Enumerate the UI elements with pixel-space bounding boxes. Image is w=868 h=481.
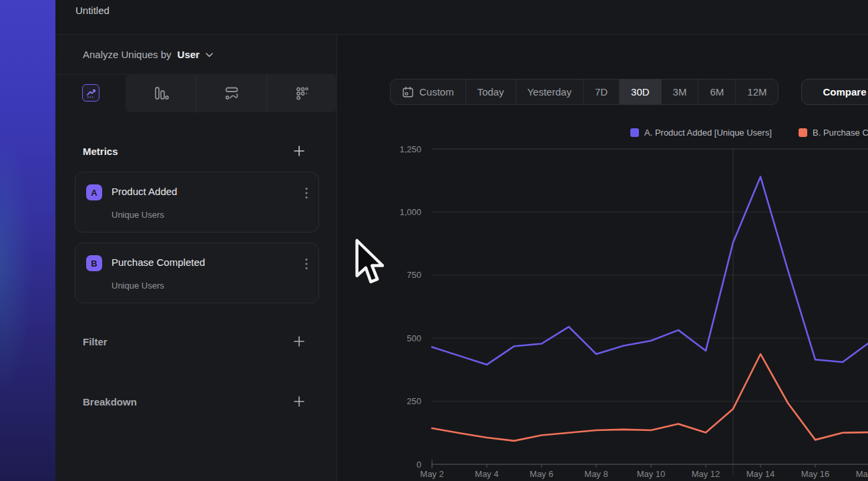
range-today[interactable]: Today xyxy=(466,79,516,104)
y-tick-label: 0 xyxy=(417,460,421,470)
legend-label: A. Product Added [Unique Users] xyxy=(644,128,772,138)
legend-swatch-a xyxy=(630,128,639,137)
x-tick-label: May 4 xyxy=(475,469,498,479)
metric-card-a[interactable]: A Product Added Unique Users xyxy=(75,172,319,232)
range-label: 12M xyxy=(747,86,767,98)
range-label: Today xyxy=(477,86,504,98)
kebab-icon[interactable] xyxy=(305,258,308,270)
x-tick-label: May 10 xyxy=(637,469,666,479)
add-metric-button[interactable] xyxy=(292,144,306,158)
flow-chart-icon xyxy=(224,86,240,101)
metric-subtitle[interactable]: Unique Users xyxy=(112,210,164,220)
x-tick-label: May 6 xyxy=(529,469,553,479)
legend-swatch-b xyxy=(799,128,807,137)
metric-title[interactable]: Purchase Completed xyxy=(112,257,205,268)
bar-chart-icon xyxy=(153,86,169,101)
metric-badge-b: B xyxy=(86,255,102,271)
chart-panel: 02505007501,0001,250May 2May 4May 6May 8… xyxy=(338,35,868,481)
add-filter-button[interactable] xyxy=(292,334,306,349)
filter-heading: Filter xyxy=(83,336,107,347)
calendar-icon xyxy=(402,86,414,98)
chart-type-tabs xyxy=(126,75,337,112)
range-6m[interactable]: 6M xyxy=(698,79,736,104)
breakdown-heading: Breakdown xyxy=(83,396,137,408)
x-tick-label: May 16 xyxy=(801,469,830,479)
metric-card-b[interactable]: B Purchase Completed Unique Users xyxy=(75,243,319,303)
x-tick-label: May 2 xyxy=(420,469,443,479)
range-label: 6M xyxy=(710,86,724,98)
series-line-a xyxy=(432,177,868,365)
range-label: 3M xyxy=(673,86,687,98)
y-tick-label: 1,250 xyxy=(399,144,421,154)
range-30d[interactable]: 30D xyxy=(620,79,662,104)
range-label: 7D xyxy=(595,86,608,98)
range-label: 30D xyxy=(631,86,650,98)
left-accent-strip xyxy=(0,0,55,481)
tab-flow-chart[interactable] xyxy=(196,75,267,112)
analyze-row: Analyze Uniques by User xyxy=(55,35,337,75)
tab-line-chart[interactable] xyxy=(82,84,99,102)
legend-label: B. Purchase Completed [Unique Users] xyxy=(813,128,868,138)
chevron-down-icon[interactable] xyxy=(206,53,213,57)
report-title[interactable]: Untitled xyxy=(75,5,110,16)
metric-badge-a: A xyxy=(86,184,102,200)
add-breakdown-button[interactable] xyxy=(292,394,306,409)
analyze-entity-dropdown[interactable]: User xyxy=(178,49,200,60)
plus-icon xyxy=(293,145,305,157)
x-tick-label: May 8 xyxy=(584,469,608,479)
analyze-label: Analyze Uniques by xyxy=(83,49,172,60)
tab-bar-chart[interactable] xyxy=(126,75,196,112)
metrics-heading: Metrics xyxy=(83,146,118,157)
legend-item-b[interactable]: B. Purchase Completed [Unique Users] xyxy=(799,128,868,138)
range-label: Custom xyxy=(419,86,454,98)
range-yesterday[interactable]: Yesterday xyxy=(516,79,584,104)
metric-title[interactable]: Product Added xyxy=(112,186,177,197)
range-custom[interactable]: Custom xyxy=(391,79,466,104)
query-sidebar: Analyze Uniques by User xyxy=(55,35,337,481)
plus-icon xyxy=(293,335,305,347)
metric-subtitle[interactable]: Unique Users xyxy=(112,281,164,291)
compare-button[interactable]: Compare xyxy=(801,79,868,105)
x-tick-label: May 12 xyxy=(692,469,720,479)
line-chart-icon xyxy=(85,88,97,99)
legend-item-a[interactable]: A. Product Added [Unique Users] xyxy=(630,128,772,138)
grid-dots-icon xyxy=(294,86,310,101)
header-bar: Untitled xyxy=(55,0,868,35)
range-label: Yesterday xyxy=(527,86,572,98)
x-tick-label: May 18 xyxy=(856,469,868,479)
range-12m[interactable]: 12M xyxy=(736,79,778,104)
y-tick-label: 500 xyxy=(407,333,421,343)
plus-icon xyxy=(293,395,305,408)
y-tick-label: 750 xyxy=(407,270,421,280)
y-tick-label: 1,000 xyxy=(399,207,421,217)
range-3m[interactable]: 3M xyxy=(662,79,699,104)
tab-grid-view[interactable] xyxy=(267,75,337,112)
range-7d[interactable]: 7D xyxy=(584,79,620,104)
x-tick-label: May 14 xyxy=(746,469,775,479)
kebab-icon[interactable] xyxy=(305,187,308,199)
series-line-b xyxy=(432,354,868,441)
y-tick-label: 250 xyxy=(407,396,421,406)
date-range-picker: CustomTodayYesterday7D30D3M6M12M xyxy=(390,79,779,105)
